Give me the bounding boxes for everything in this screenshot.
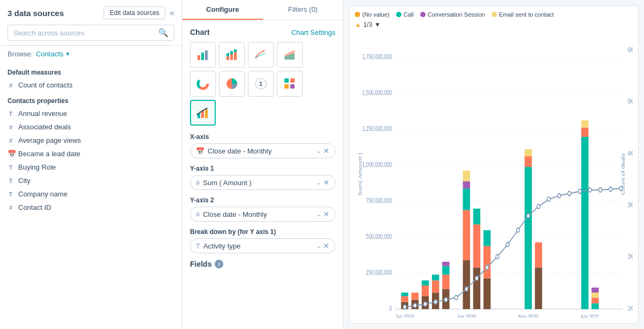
list-item[interactable]: # Average page views	[0, 134, 182, 147]
field-name: City	[18, 177, 30, 185]
svg-rect-66	[442, 266, 449, 275]
nav-page-text: 1/3	[363, 21, 372, 28]
legend-item-no-value: (No value)	[355, 11, 390, 18]
yaxis2-section: Y-axis 2 # Close date - Monthly ⌄ ✕	[190, 196, 335, 222]
svg-rect-0	[197, 55, 200, 60]
svg-point-99	[486, 265, 489, 269]
field-type-icon: T	[8, 178, 14, 184]
combo-chart-icon	[196, 106, 210, 120]
svg-rect-90	[591, 288, 598, 293]
svg-text:6K: 6K	[627, 47, 633, 54]
svg-point-96	[455, 296, 458, 300]
svg-rect-85	[581, 128, 588, 137]
list-item[interactable]: # Contact ID	[0, 201, 182, 214]
svg-rect-2	[205, 50, 208, 60]
chart-type-bar[interactable]	[190, 42, 216, 68]
yaxis1-select[interactable]: # Sum ( Amount ) ⌄ ✕	[190, 175, 335, 190]
svg-text:Sum( Amount ): Sum( Amount )	[358, 152, 363, 195]
left-header: 3 data sources Edit data sources « 🔍	[0, 0, 182, 46]
xaxis-caret-icon[interactable]: ⌄	[316, 148, 321, 155]
yaxis1-close-icon[interactable]: ✕	[323, 178, 330, 187]
breakdown-close-icon[interactable]: ✕	[323, 242, 330, 250]
svg-rect-68	[463, 260, 470, 309]
list-item[interactable]: T Annual revenue	[0, 107, 182, 120]
yaxis2-select[interactable]: # Close date - Monthly ⌄ ✕	[190, 207, 335, 222]
breakdown-select[interactable]: T Activity type ⌄ ✕	[190, 238, 335, 253]
chart-area: 0 250,000,000 500,000,000 750,000,000 1,…	[355, 31, 633, 318]
yaxis2-label: Y-axis 2	[190, 196, 335, 204]
svg-rect-54	[401, 296, 408, 302]
search-input[interactable]	[13, 29, 158, 37]
chart-type-line[interactable]	[248, 42, 274, 68]
yaxis2-close-icon[interactable]: ✕	[323, 210, 330, 218]
svg-rect-87	[591, 303, 598, 309]
search-box: 🔍	[8, 25, 174, 41]
svg-rect-18	[290, 78, 295, 83]
breakdown-section: Break down by (for Y axis 1) T Activity …	[190, 228, 335, 253]
chart-type-number[interactable]: 1	[248, 71, 274, 97]
chart-legend: (No value) Call Conversation Session Ema…	[355, 11, 633, 18]
svg-rect-60	[422, 280, 429, 285]
right-panel: (No value) Call Conversation Session Ema…	[343, 0, 644, 329]
svg-point-94	[434, 300, 437, 304]
svg-text:0: 0	[389, 305, 392, 312]
svg-rect-81	[525, 149, 532, 156]
legend-item-conversation: Conversation Session	[420, 11, 485, 18]
svg-point-25	[200, 112, 201, 113]
chart-type-donut[interactable]	[190, 71, 216, 97]
browse-caret-icon: ▼	[65, 51, 70, 57]
svg-rect-67	[442, 262, 449, 266]
list-item[interactable]: # Count of contacts	[0, 78, 182, 92]
collapse-panel-icon[interactable]: «	[170, 8, 174, 18]
xaxis-select[interactable]: 📅 Close date - Monthly ⌄ ✕	[190, 143, 335, 158]
tab-configure[interactable]: Configure	[182, 0, 263, 20]
contacts-properties-title: Contacts properties	[0, 92, 182, 107]
svg-text:1K: 1K	[627, 305, 633, 312]
svg-point-110	[599, 188, 602, 192]
legend-dot-conversation	[420, 12, 426, 17]
svg-rect-77	[484, 246, 491, 278]
svg-text:1,500,000,000: 1,500,000,000	[362, 90, 392, 97]
svg-rect-73	[473, 267, 480, 309]
chart-container: (No value) Call Conversation Session Ema…	[349, 5, 639, 324]
chart-type-grid[interactable]	[277, 71, 303, 97]
chart-type-combo[interactable]	[190, 100, 216, 126]
svg-text:1,000,000,000: 1,000,000,000	[362, 162, 392, 169]
middle-panel: Configure Filters (0) Chart Chart Settin…	[182, 0, 343, 329]
browse-contacts-link[interactable]: Contacts ▼	[36, 50, 70, 58]
svg-text:5K: 5K	[627, 98, 633, 105]
breakdown-caret-icon[interactable]: ⌄	[316, 243, 321, 250]
yaxis2-caret-icon[interactable]: ⌄	[316, 211, 321, 218]
legend-dot-call	[396, 12, 401, 17]
svg-rect-84	[581, 137, 588, 309]
sources-title: 3 data sources	[8, 9, 64, 18]
list-item[interactable]: T Buying Role	[0, 160, 182, 174]
svg-text:500,000,000: 500,000,000	[366, 233, 392, 240]
svg-rect-3	[226, 56, 229, 60]
list-item[interactable]: # Associated deals	[0, 120, 182, 134]
chart-settings-link[interactable]: Chart Settings	[291, 28, 335, 36]
list-item[interactable]: 📅 Became a lead date	[0, 147, 182, 160]
field-name: Annual revenue	[18, 109, 67, 118]
svg-text:1,250,000,000: 1,250,000,000	[362, 126, 392, 133]
svg-rect-71	[463, 181, 470, 188]
middle-content: Chart Chart Settings	[182, 20, 343, 329]
chart-type-area[interactable]	[277, 42, 303, 68]
svg-text:1: 1	[259, 81, 262, 87]
list-item[interactable]: T Company name	[0, 187, 182, 201]
hash-icon: #	[196, 179, 200, 187]
xaxis-close-icon[interactable]: ✕	[323, 147, 330, 155]
chart-type-stacked-bar[interactable]	[219, 42, 245, 68]
hash-icon2: #	[196, 210, 200, 218]
svg-rect-65	[442, 275, 449, 289]
svg-rect-83	[535, 243, 542, 268]
chart-type-pie[interactable]	[219, 71, 245, 97]
svg-rect-57	[412, 293, 419, 299]
yaxis1-caret-icon[interactable]: ⌄	[316, 179, 321, 186]
list-item[interactable]: T City	[0, 174, 182, 187]
tabs-bar: Configure Filters (0)	[182, 0, 343, 20]
svg-text:1,750,000,000: 1,750,000,000	[362, 54, 392, 61]
svg-rect-82	[535, 267, 542, 309]
edit-sources-button[interactable]: Edit data sources	[104, 6, 165, 19]
tab-filters[interactable]: Filters (0)	[263, 0, 343, 20]
